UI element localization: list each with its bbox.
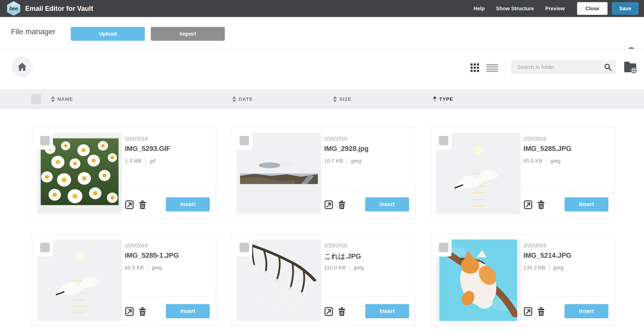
meta-divider bbox=[549, 264, 550, 271]
file-thumbnail[interactable] bbox=[237, 239, 321, 321]
insert-button[interactable]: Insert bbox=[365, 304, 409, 318]
column-label: SIZE bbox=[339, 96, 352, 102]
open-external-icon[interactable] bbox=[125, 306, 134, 316]
home-button[interactable] bbox=[12, 56, 32, 77]
page-title: File manager bbox=[11, 27, 56, 36]
file-thumbnail[interactable] bbox=[436, 133, 520, 214]
bee-logo-icon: bee bbox=[7, 1, 20, 16]
app-title: Email Editor for Vault bbox=[25, 5, 93, 13]
upload-button[interactable]: Upload bbox=[71, 27, 145, 41]
meta-divider bbox=[350, 264, 350, 271]
close-button[interactable]: Close bbox=[577, 2, 608, 15]
file-type: jpeg bbox=[354, 265, 364, 271]
file-checkbox[interactable] bbox=[40, 243, 50, 252]
open-external-icon[interactable] bbox=[324, 199, 333, 209]
file-name: IMG_5293.GIF bbox=[125, 145, 210, 153]
open-external-icon[interactable] bbox=[125, 199, 134, 209]
file-date: 2/20/2019 bbox=[324, 243, 347, 248]
file-date: 2/24/2019 bbox=[125, 136, 148, 142]
meta-divider bbox=[148, 264, 148, 271]
column-label: DATE bbox=[238, 96, 253, 102]
grid-view-button[interactable] bbox=[470, 63, 479, 72]
file-type: gif bbox=[150, 158, 156, 164]
insert-button[interactable]: Insert bbox=[564, 197, 608, 211]
card-divider bbox=[324, 189, 409, 190]
search-box bbox=[511, 60, 616, 74]
card-actions: Insert bbox=[324, 303, 409, 319]
show-structure-link[interactable]: Show Structure bbox=[496, 6, 534, 12]
file-checkbox[interactable] bbox=[40, 136, 50, 145]
file-size: 65.5 KB bbox=[524, 158, 542, 164]
topbar: bee Email Editor for Vault Help Show Str… bbox=[0, 0, 644, 17]
select-all-checkbox[interactable] bbox=[31, 94, 41, 104]
card-divider bbox=[524, 189, 608, 190]
file-size: 10.7 KB bbox=[324, 158, 343, 164]
save-button[interactable]: Save bbox=[612, 2, 639, 15]
sunset-bird-image bbox=[48, 239, 112, 321]
card-actions: Insert bbox=[524, 197, 608, 212]
card-actions: Insert bbox=[125, 303, 210, 319]
file-date: 2/20/2019 bbox=[324, 136, 347, 142]
file-manager-window: bee Email Editor for Vault Help Show Str… bbox=[0, 0, 644, 336]
card-actions: Insert bbox=[125, 197, 210, 212]
card-divider bbox=[324, 296, 409, 296]
file-meta: 1.3 MB gif bbox=[125, 157, 156, 164]
file-meta: 65.5 KB jpeg bbox=[524, 157, 560, 164]
file-thumbnail[interactable] bbox=[37, 133, 122, 214]
card-divider bbox=[524, 296, 608, 296]
meta-divider bbox=[146, 157, 146, 164]
insert-button[interactable]: Insert bbox=[166, 197, 210, 211]
file-checkbox[interactable] bbox=[439, 136, 448, 145]
card-divider bbox=[125, 189, 210, 190]
file-date: 2/20/2019 bbox=[524, 136, 546, 142]
preview-link[interactable]: Preview bbox=[545, 6, 565, 12]
open-external-icon[interactable] bbox=[524, 199, 533, 209]
file-type: jpeg bbox=[553, 265, 564, 271]
sort-arrows-icon bbox=[232, 96, 236, 102]
open-external-icon[interactable] bbox=[324, 306, 333, 316]
insert-button[interactable]: Insert bbox=[564, 304, 608, 318]
file-checkbox[interactable] bbox=[240, 136, 249, 145]
search-input[interactable] bbox=[511, 64, 604, 70]
list-view-button[interactable] bbox=[486, 64, 498, 72]
file-thumbnail[interactable] bbox=[37, 239, 122, 321]
sort-arrows-icon bbox=[51, 96, 55, 102]
search-icon[interactable] bbox=[604, 63, 612, 71]
new-folder-button[interactable] bbox=[624, 60, 637, 74]
column-header-name[interactable]: NAME bbox=[51, 89, 73, 109]
file-checkbox[interactable] bbox=[240, 243, 249, 252]
file-card: 2/20/2019 IMG_5285.JPG 65.5 KB jpeg Inse… bbox=[430, 127, 615, 219]
topbar-actions: Help Show Structure Preview Close Save bbox=[462, 2, 639, 15]
column-header-date[interactable]: DATE bbox=[232, 89, 253, 109]
file-thumbnail[interactable] bbox=[237, 133, 321, 214]
delete-trash-icon[interactable] bbox=[138, 199, 147, 209]
delete-trash-icon[interactable] bbox=[337, 306, 346, 316]
file-meta: 10.7 KB jpeg bbox=[324, 157, 361, 164]
file-date: 2/20/2019 bbox=[125, 243, 148, 248]
open-external-icon[interactable] bbox=[524, 306, 533, 316]
file-type: jpeg bbox=[152, 265, 162, 271]
file-thumbnail[interactable] bbox=[436, 239, 520, 321]
delete-trash-icon[interactable] bbox=[337, 199, 346, 209]
file-card: 2/20/2019 IMG_2928.jpg 10.7 KB jpeg Inse… bbox=[231, 127, 416, 219]
file-size: 135.2 KB bbox=[524, 265, 545, 271]
file-type: jpeg bbox=[550, 158, 560, 164]
import-button[interactable]: Import bbox=[151, 27, 225, 41]
card-actions: Insert bbox=[324, 197, 409, 212]
column-label: TYPE bbox=[439, 96, 453, 102]
bee-logo-text: bee bbox=[10, 6, 18, 12]
delete-trash-icon[interactable] bbox=[536, 199, 546, 209]
insert-button[interactable]: Insert bbox=[166, 304, 210, 318]
delete-trash-icon[interactable] bbox=[138, 306, 147, 316]
table-header: NAME DATE SIZE TYPE bbox=[0, 89, 644, 109]
delete-trash-icon[interactable] bbox=[536, 306, 546, 316]
column-header-size[interactable]: SIZE bbox=[333, 89, 352, 109]
help-link[interactable]: Help bbox=[474, 6, 485, 12]
column-header-type[interactable]: TYPE bbox=[433, 89, 453, 109]
insert-button[interactable]: Insert bbox=[365, 197, 409, 211]
home-icon bbox=[17, 62, 27, 72]
file-checkbox[interactable] bbox=[439, 243, 448, 252]
card-actions: Insert bbox=[524, 303, 608, 319]
meta-divider bbox=[347, 157, 347, 164]
file-name: IMG_5285.JPG bbox=[524, 145, 608, 153]
